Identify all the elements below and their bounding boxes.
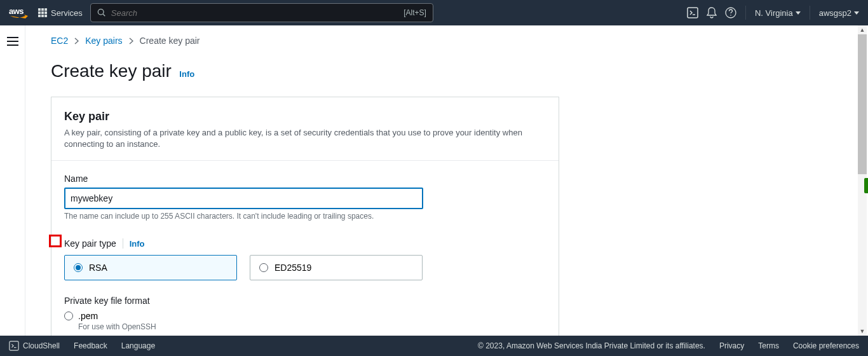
name-label: Name bbox=[64, 174, 546, 184]
cloudshell-icon[interactable] bbox=[687, 7, 698, 18]
footer-terms-link[interactable]: Terms bbox=[758, 341, 779, 350]
radio-icon bbox=[64, 312, 73, 320]
global-search[interactable]: [Alt+S] bbox=[90, 3, 433, 22]
account-menu[interactable]: awsgsp2 bbox=[819, 8, 859, 18]
notifications-icon[interactable] bbox=[706, 7, 717, 18]
grid-icon bbox=[38, 8, 47, 17]
key-pair-type-label: Key pair type bbox=[64, 238, 116, 249]
breadcrumb-current: Create key pair bbox=[140, 36, 200, 46]
aws-logo[interactable]: aws bbox=[9, 6, 31, 19]
radio-ed25519-label: ED25519 bbox=[275, 263, 311, 273]
side-nav-toggle[interactable] bbox=[7, 37, 18, 46]
svg-text:aws: aws bbox=[9, 6, 24, 16]
top-nav: aws Services [Alt+S] N. Virginia awsgsp2 bbox=[0, 0, 868, 25]
annotation-highlight bbox=[49, 235, 62, 247]
account-label: awsgsp2 bbox=[819, 8, 851, 18]
panel-heading: Key pair bbox=[64, 110, 546, 123]
svg-rect-7 bbox=[10, 341, 18, 350]
footer-language-link[interactable]: Language bbox=[121, 341, 155, 350]
services-label: Services bbox=[51, 8, 83, 18]
panel-description: A key pair, consisting of a private key … bbox=[64, 127, 546, 150]
file-format-label: Private key file format bbox=[64, 296, 546, 306]
radio-pem[interactable]: .pem bbox=[64, 311, 546, 321]
footer-copyright: © 2023, Amazon Web Services India Privat… bbox=[478, 341, 705, 350]
search-shortcut-hint: [Alt+S] bbox=[403, 8, 426, 17]
chevron-down-icon bbox=[854, 11, 859, 15]
panel-header: Key pair A key pair, consisting of a pri… bbox=[51, 97, 559, 161]
search-icon bbox=[97, 8, 106, 17]
scroll-down-arrow[interactable]: ▼ bbox=[858, 327, 867, 336]
radio-icon bbox=[259, 263, 268, 272]
feedback-tab[interactable] bbox=[864, 178, 868, 193]
scroll-up-arrow[interactable]: ▲ bbox=[858, 25, 867, 34]
radio-pem-label: .pem bbox=[78, 311, 98, 321]
footer-privacy-link[interactable]: Privacy bbox=[719, 341, 744, 350]
chevron-right-icon bbox=[74, 38, 79, 44]
svg-line-2 bbox=[103, 14, 105, 16]
page-header: Create key pair Info bbox=[51, 61, 832, 81]
help-icon[interactable] bbox=[725, 7, 736, 18]
region-selector[interactable]: N. Virginia bbox=[755, 8, 801, 18]
radio-rsa[interactable]: RSA bbox=[64, 255, 237, 280]
breadcrumb: EC2 Key pairs Create key pair bbox=[51, 36, 832, 46]
chevron-right-icon bbox=[129, 38, 133, 44]
breadcrumb-ec2[interactable]: EC2 bbox=[51, 36, 68, 46]
radio-rsa-label: RSA bbox=[89, 263, 107, 273]
svg-point-6 bbox=[730, 15, 731, 16]
name-hint: The name can include up to 255 ASCII cha… bbox=[64, 212, 546, 221]
footer-cookies-link[interactable]: Cookie preferences bbox=[793, 341, 859, 350]
page-title: Create key pair bbox=[51, 61, 172, 81]
footer-cloudshell-button[interactable]: CloudShell bbox=[9, 341, 60, 351]
services-menu-button[interactable]: Services bbox=[38, 8, 83, 18]
divider bbox=[123, 238, 123, 249]
chevron-down-icon bbox=[796, 11, 801, 15]
footer-bar: CloudShell Feedback Language © 2023, Ama… bbox=[0, 336, 868, 356]
key-pair-panel: Key pair A key pair, consisting of a pri… bbox=[51, 97, 559, 336]
main-content: EC2 Key pairs Create key pair Create key… bbox=[25, 25, 858, 336]
side-nav-collapsed bbox=[0, 25, 25, 336]
page-info-link[interactable]: Info bbox=[179, 69, 194, 79]
breadcrumb-key-pairs[interactable]: Key pairs bbox=[85, 36, 122, 46]
svg-point-1 bbox=[98, 9, 104, 15]
search-input[interactable] bbox=[111, 8, 398, 18]
footer-cloudshell-label: CloudShell bbox=[23, 341, 60, 350]
radio-pem-hint: For use with OpenSSH bbox=[78, 322, 546, 331]
key-pair-name-input[interactable] bbox=[64, 188, 423, 209]
scroll-thumb[interactable] bbox=[858, 34, 867, 174]
radio-ed25519[interactable]: ED25519 bbox=[250, 255, 423, 280]
cloudshell-icon bbox=[9, 341, 19, 351]
key-pair-type-info-link[interactable]: Info bbox=[130, 239, 145, 249]
radio-icon bbox=[74, 263, 83, 272]
region-label: N. Virginia bbox=[755, 8, 793, 18]
footer-feedback-link[interactable]: Feedback bbox=[74, 341, 107, 350]
